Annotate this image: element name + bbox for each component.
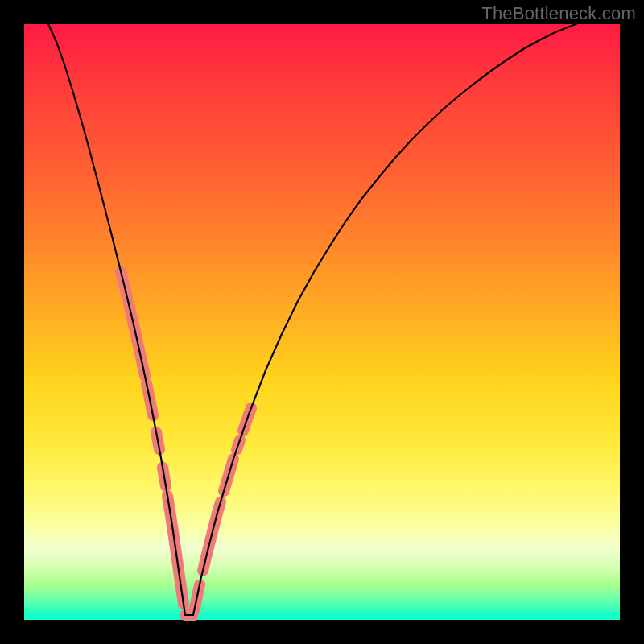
bead-group [121, 271, 251, 615]
watermark-text: TheBottleneck.com [481, 3, 636, 24]
plot-area [24, 24, 620, 620]
chart-frame: TheBottleneck.com [0, 0, 644, 644]
curve-layer [24, 24, 620, 620]
